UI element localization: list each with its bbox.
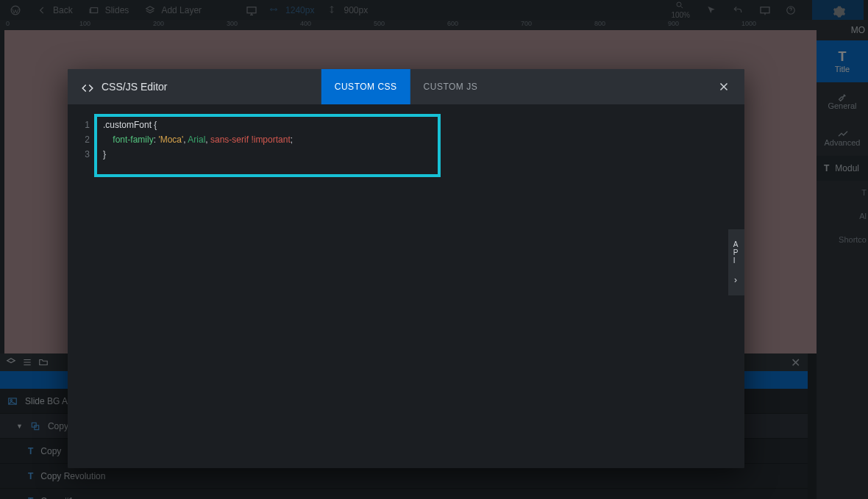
modal-header: CSS/JS Editor CUSTOM CSS CUSTOM JS: [68, 69, 744, 104]
chevron-right-icon: ›: [734, 275, 739, 285]
modal-title: CSS/JS Editor: [102, 81, 167, 93]
code-content[interactable]: .customFont { font-family: 'Moca', Arial…: [103, 118, 722, 162]
line-gutter: 1 2 3: [74, 118, 90, 162]
code-editor[interactable]: 1 2 3 .customFont { font-family: 'Moca',…: [68, 104, 744, 468]
code-icon: [81, 82, 91, 92]
css-js-editor-modal: CSS/JS Editor CUSTOM CSS CUSTOM JS 1 2 3…: [68, 69, 744, 468]
api-side-tab[interactable]: API ›: [728, 229, 744, 295]
modal-close-button[interactable]: [709, 69, 739, 104]
tab-custom-js[interactable]: CUSTOM JS: [410, 69, 491, 104]
tab-custom-css[interactable]: CUSTOM CSS: [321, 69, 410, 104]
api-label: API: [733, 240, 740, 265]
